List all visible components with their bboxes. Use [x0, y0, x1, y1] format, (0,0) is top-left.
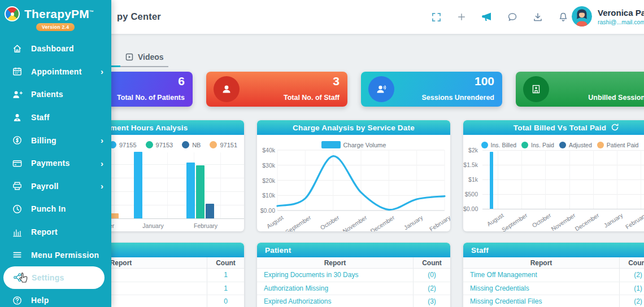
sidebar-item-dashboard[interactable]: Dashboard [0, 37, 111, 60]
x-axis-label: February [180, 222, 231, 229]
sidebar-item-appointment[interactable]: Appointment › [0, 60, 111, 84]
billed-panel: Total Billed Vs Total Paid Ins. Billed I… [463, 120, 644, 231]
notification-bell-icon[interactable] [558, 11, 569, 23]
chevron-right-icon: › [101, 182, 103, 190]
tab-videos-label: Videos [138, 52, 164, 62]
add-icon[interactable] [456, 11, 467, 23]
refresh-icon[interactable] [611, 123, 619, 133]
settings-icon [12, 272, 23, 283]
legend-item[interactable]: NB [182, 141, 201, 148]
chart-bar [110, 213, 119, 218]
card-value: 100 [475, 74, 494, 88]
chat-icon[interactable] [507, 11, 518, 23]
y-axis-tick: $1.5k [463, 161, 478, 168]
table-row[interactable]: Time Off Management (2) [463, 269, 644, 282]
sessions-icon [368, 76, 394, 102]
sidebar-item-billing[interactable]: Billing › [0, 129, 111, 152]
sidebar-item-staff[interactable]: Staff [0, 106, 111, 129]
user-menu[interactable]: Veronica Pa rashi@...mail.com [572, 6, 644, 27]
chart-bar [196, 165, 204, 218]
table-row[interactable]: Missing Credentials (1) [463, 282, 644, 296]
user-email: rashi@...mail.com [598, 19, 644, 25]
sidebar-menu: Dashboard Appointment › Patients Staff B… [0, 37, 111, 307]
y-axis-tick: $1k [463, 176, 478, 183]
clock-icon [11, 203, 23, 214]
card-label: Total No. of Patients [117, 94, 185, 102]
card-label: Sessions Unrendered [421, 94, 494, 102]
sidebar-item-payroll[interactable]: Payroll › [0, 175, 111, 198]
y-axis-tick: $0.00 [463, 205, 478, 212]
staff-icon [11, 112, 23, 123]
fullscreen-icon[interactable] [430, 11, 442, 23]
sidebar-item-help[interactable]: Help [0, 289, 111, 307]
video-icon [125, 53, 133, 61]
charge-analysis-panel: Charge Analysis by Service Date Charge V… [257, 120, 450, 231]
report-icon [11, 226, 23, 238]
app-logo[interactable]: TherapyPM™ [0, 0, 111, 21]
payments-icon [11, 157, 23, 169]
legend-item[interactable]: 97153 [146, 141, 173, 148]
table-row[interactable]: Expiring Documents in 30 Days (0) [257, 269, 450, 282]
sidebar-item-payments[interactable]: Payments › [0, 152, 111, 175]
header-actions [430, 0, 569, 34]
patients-icon [11, 89, 23, 100]
y-axis-tick: $10k [258, 192, 275, 199]
help-icon [11, 295, 23, 306]
table-row[interactable]: Expired Authorizations (3) [257, 295, 450, 307]
version-badge: Version 2.4 [36, 23, 75, 31]
sidebar-item-report[interactable]: Report [0, 221, 111, 244]
table-column-headers: Report Count [463, 257, 644, 269]
page-title: py Center [117, 11, 161, 22]
sidebar-item-punch-in[interactable]: Punch In [0, 198, 111, 221]
home-icon [11, 43, 23, 54]
logo-icon [5, 6, 20, 21]
chart-bar [186, 163, 195, 218]
charge-analysis-title: Charge Analysis by Service Date [257, 120, 450, 135]
table-row[interactable]: Authorization Missing (2) [257, 282, 450, 296]
staff-table-panel: Staff Report Count Time Off Management (… [463, 243, 644, 307]
table-title: Patient [257, 243, 450, 257]
table-column-headers: Report Count [257, 257, 450, 269]
sidebar-item-settings[interactable]: Settings [3, 266, 105, 289]
card-label: Unbilled Sessions [588, 94, 644, 102]
announcement-icon[interactable] [481, 11, 493, 23]
user-name: Veronica Pa [598, 8, 644, 17]
stat-card-unbilled-sessions: Unbilled Sessions [516, 72, 644, 107]
chevron-right-icon: › [101, 159, 103, 168]
y-axis-tick: $2k [463, 147, 478, 154]
avatar [572, 6, 592, 27]
y-axis-tick: $500 [463, 191, 478, 198]
y-axis-tick: $0.00 [258, 207, 275, 214]
stat-card-staff: 3 Total No. of Staff [206, 72, 347, 107]
payroll-icon [11, 181, 23, 192]
x-axis-label: January [128, 222, 179, 229]
y-axis-tick: $20k [258, 177, 275, 184]
table-row[interactable]: Missing Credential Files (2) [463, 295, 644, 307]
building-icon [523, 76, 549, 102]
calendar-icon [11, 66, 23, 77]
download-icon[interactable] [532, 11, 543, 23]
chart-bar [490, 152, 493, 209]
chevron-right-icon: › [101, 67, 103, 76]
legend-item[interactable]: 97155 [109, 141, 137, 148]
staff-icon [214, 76, 240, 102]
chart-bar [206, 204, 214, 218]
card-label: Total No. of Staff [284, 94, 340, 102]
stat-cards-row: 6 Total No. of Patients 3 Total No. of S… [51, 72, 644, 107]
billing-icon [11, 135, 23, 146]
menu-icon [11, 249, 23, 261]
tab-videos[interactable]: Videos [125, 52, 164, 62]
chart-bar [134, 152, 142, 218]
patient-table-panel: Patient Report Count Expiring Documents … [257, 243, 450, 307]
app-name: TherapyPM [24, 7, 89, 20]
legend-item[interactable]: 97151 [210, 141, 237, 148]
chevron-right-icon: › [101, 136, 103, 144]
sidebar: TherapyPM™ Version 2.4 Dashboard Appoint… [0, 0, 111, 307]
sidebar-item-menu-permission[interactable]: Menu Permission [0, 243, 111, 266]
card-value: 3 [333, 74, 340, 88]
y-axis-tick: $40k [258, 147, 275, 154]
billed-title: Total Billed Vs Total Paid [463, 120, 644, 135]
sidebar-item-patients[interactable]: Patients [0, 83, 111, 106]
table-title: Staff [463, 243, 644, 257]
card-value: 6 [178, 74, 185, 88]
